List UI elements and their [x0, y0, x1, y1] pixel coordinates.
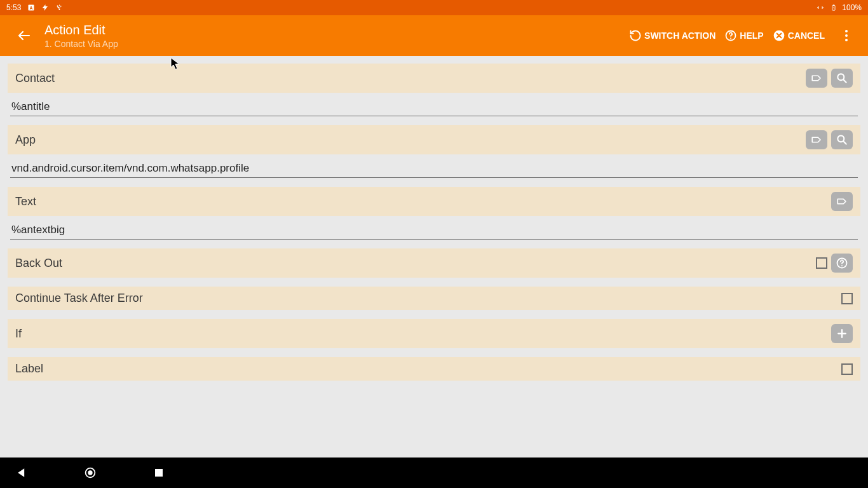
svg-point-12: [88, 470, 92, 475]
back-button[interactable]: [9, 20, 39, 51]
continue-section-header: Continue Task After Error: [8, 287, 860, 310]
usb-status-icon: [55, 3, 63, 12]
contact-search-button[interactable]: [831, 69, 853, 88]
nav-home-button[interactable]: [81, 464, 99, 482]
app-label: App: [15, 133, 36, 147]
backout-label: Back Out: [15, 257, 62, 270]
backout-checkbox[interactable]: [816, 257, 827, 269]
nav-recent-button[interactable]: [150, 464, 168, 482]
app-bar: Action Edit 1. Contact Via App SWITCH AC…: [0, 15, 868, 56]
text-tag-button[interactable]: [831, 192, 853, 211]
backout-section-header: Back Out: [8, 248, 860, 278]
text-label: Text: [15, 195, 36, 208]
nav-back-button[interactable]: [13, 464, 31, 482]
switch-action-button[interactable]: SWITCH ACTION: [629, 29, 715, 42]
contact-input[interactable]: [10, 97, 858, 116]
rotate-status-icon: [815, 4, 825, 11]
cancel-button[interactable]: CANCEL: [773, 29, 825, 42]
if-label: If: [15, 327, 22, 341]
if-add-button[interactable]: [831, 324, 853, 343]
battery-status-icon: [831, 3, 837, 12]
switch-action-label: SWITCH ACTION: [644, 30, 715, 41]
contact-section-header: Contact: [8, 64, 860, 93]
content-scroll[interactable]: Contact App Text Back Out: [0, 56, 868, 458]
text-input[interactable]: [10, 220, 858, 240]
page-title: Action Edit: [44, 23, 118, 37]
title-block: Action Edit 1. Contact Via App: [44, 23, 118, 49]
svg-point-5: [730, 37, 731, 39]
if-section-header: If: [8, 319, 860, 348]
android-status-bar: 5:53 A 100%: [0, 0, 868, 15]
app-section-header: App: [8, 125, 860, 154]
contact-tag-button[interactable]: [806, 69, 827, 88]
app-tag-button[interactable]: [806, 130, 827, 149]
svg-rect-3: [833, 5, 834, 6]
charging-status-icon: [41, 4, 49, 11]
help-label: HELP: [740, 30, 763, 41]
android-nav-bar: [0, 458, 868, 488]
backout-help-button[interactable]: [831, 254, 853, 273]
app-input[interactable]: [10, 158, 858, 178]
continue-checkbox[interactable]: [841, 293, 853, 304]
svg-text:A: A: [30, 6, 33, 10]
keyboard-status-icon: A: [27, 4, 35, 11]
contact-label: Contact: [15, 72, 55, 85]
help-button[interactable]: HELP: [724, 29, 763, 42]
page-subtitle: 1. Contact Via App: [44, 39, 118, 49]
continue-label: Continue Task After Error: [15, 292, 143, 305]
battery-percent: 100%: [842, 3, 862, 12]
app-search-button[interactable]: [831, 130, 853, 149]
overflow-menu-button[interactable]: [836, 25, 857, 46]
status-clock: 5:53: [6, 3, 21, 12]
text-section-header: Text: [8, 187, 860, 216]
label-section-header: Label: [8, 357, 860, 381]
svg-point-10: [841, 265, 843, 266]
labelrow-label: Label: [15, 362, 43, 376]
cancel-label: CANCEL: [788, 30, 825, 41]
svg-rect-13: [155, 469, 163, 477]
label-checkbox[interactable]: [841, 363, 853, 375]
